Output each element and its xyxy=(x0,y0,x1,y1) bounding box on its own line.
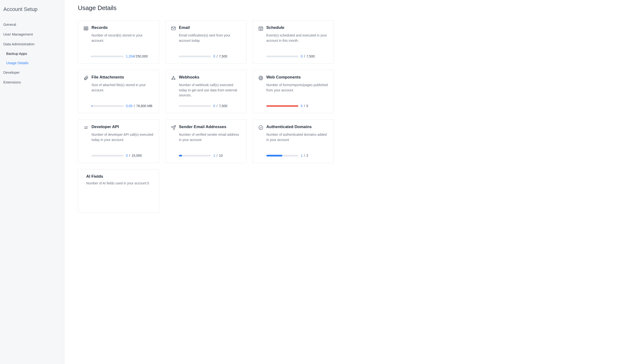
card-meter-row: 0 / 7,500 xyxy=(266,54,328,58)
usage-sep: / xyxy=(217,54,218,58)
progress-bar xyxy=(179,155,211,157)
sidebar-item-general[interactable]: General xyxy=(3,19,61,29)
card-title: Records xyxy=(91,25,108,30)
usage-limit: 10 xyxy=(219,154,223,158)
card-desc: Number of authenticated domains added in… xyxy=(266,132,328,149)
usage-sep: / xyxy=(134,104,135,108)
usage-value: 5 xyxy=(301,104,303,108)
card-desc: Email notification(s) sent from your acc… xyxy=(179,33,241,50)
progress-bar xyxy=(266,56,298,57)
card-meter-row: 0 / 7,500 xyxy=(179,104,241,108)
card-title: Webhooks xyxy=(179,75,199,80)
sidebar: Account Setup General User Management Da… xyxy=(0,0,65,364)
card-ai-fields: AI Fields Number of AI fields used in yo… xyxy=(78,169,159,213)
sidebar-subnav-data-administration: Backup Apps Usage Details xyxy=(3,49,61,67)
card-meter-row: 0 / 15,000 xyxy=(91,154,154,158)
paperclip-icon xyxy=(83,75,89,81)
progress-bar xyxy=(91,56,123,57)
card-title: Developer API xyxy=(91,125,119,129)
card-authenticated-domains: Authenticated Domains Number of authenti… xyxy=(253,120,334,163)
usage-value: 1,204 xyxy=(126,54,134,58)
usage-limit: 7,500 xyxy=(307,54,315,58)
sidebar-item-usage-details[interactable]: Usage Details xyxy=(6,58,61,67)
card-meter-row: 0 / 7,500 xyxy=(179,54,241,58)
card-webhooks: Webhooks Number of webhook call(s) execu… xyxy=(165,70,246,113)
card-records: Records Number of record(s) stored in yo… xyxy=(78,20,159,64)
card-web-components: Web Components Number of forms/reports/p… xyxy=(253,70,334,113)
usage-limit: 7,500 xyxy=(219,104,227,108)
usage-value: 0.09 xyxy=(126,104,132,108)
card-title: Web Components xyxy=(266,75,301,80)
card-desc: Event(s) scheduled and executed in your … xyxy=(266,33,328,50)
main-content: Usage Details Records Number of record(s… xyxy=(65,0,351,364)
paper-plane-icon xyxy=(171,125,176,130)
sidebar-title: Account Setup xyxy=(3,6,61,12)
card-meter-row: 1 / 10 xyxy=(179,154,241,158)
check-circle-icon xyxy=(258,125,263,130)
progress-bar xyxy=(266,155,298,157)
usage-value: 0 xyxy=(213,54,215,58)
card-desc: Size of attached file(s) stored in your … xyxy=(91,82,154,100)
card-title: Schedule xyxy=(266,25,284,30)
card-title: Authenticated Domains xyxy=(266,125,312,129)
sidebar-item-user-management[interactable]: User Management xyxy=(3,29,61,39)
progress-bar xyxy=(266,105,298,107)
card-title: AI Fields xyxy=(86,174,103,179)
usage-cards-grid: Records Number of record(s) stored in yo… xyxy=(78,20,338,213)
card-desc: Number of record(s) stored in your accou… xyxy=(91,33,154,50)
card-title: File Attachments xyxy=(91,75,124,80)
card-meter-row: 5 / 5 xyxy=(266,104,328,108)
progress-bar xyxy=(179,56,211,57)
usage-limit: 15,000 xyxy=(132,154,142,158)
usage-limit: 5 xyxy=(307,104,308,108)
sidebar-item-extensions[interactable]: Extensions xyxy=(3,77,61,87)
card-desc: Number of AI fields used in your account… xyxy=(86,181,154,207)
usage-limit: 250,000 xyxy=(136,54,148,58)
card-desc: Number of verified sender email address … xyxy=(179,132,241,149)
card-meter-row: 1 / 2 xyxy=(266,154,328,158)
globe-icon xyxy=(258,75,263,81)
webhook-icon xyxy=(171,75,176,81)
sidebar-item-developer[interactable]: Developer xyxy=(3,67,61,77)
card-sender-email: Sender Email Addresses Number of verifie… xyxy=(165,120,246,163)
usage-limit: 76,800 MB xyxy=(136,104,152,108)
card-schedule: 15 Schedule Event(s) scheduled and execu… xyxy=(253,20,334,64)
sidebar-item-backup-apps[interactable]: Backup Apps xyxy=(6,49,61,58)
svg-point-17 xyxy=(259,126,263,130)
card-developer-api: Developer API Number of developer API ca… xyxy=(78,120,159,163)
sidebar-nav: General User Management Data Administrat… xyxy=(3,19,61,87)
usage-limit: 7,500 xyxy=(219,54,227,58)
swap-icon xyxy=(83,125,89,130)
card-file-attachments: File Attachments Size of attached file(s… xyxy=(78,70,159,113)
card-desc: Number of forms/reports/pages published … xyxy=(266,82,328,100)
svg-text:15: 15 xyxy=(260,28,262,30)
svg-rect-0 xyxy=(84,27,88,30)
card-desc: Number of webhook call(s) executed today… xyxy=(179,82,241,100)
usage-sep: / xyxy=(304,104,305,108)
card-title: Email xyxy=(179,25,190,30)
envelope-icon xyxy=(171,26,176,31)
card-desc: Number of developer API call(s) executed… xyxy=(91,132,154,149)
usage-limit: 2 xyxy=(307,154,308,158)
svg-point-13 xyxy=(173,76,174,77)
usage-sep: / xyxy=(217,154,218,158)
card-meter-row: 0.09 / 76,800 MB xyxy=(91,104,154,108)
svg-point-11 xyxy=(172,79,173,80)
svg-point-12 xyxy=(174,79,175,80)
usage-value: 0 xyxy=(213,104,215,108)
table-icon xyxy=(83,26,89,31)
page-title: Usage Details xyxy=(78,4,338,12)
usage-sep: / xyxy=(304,54,305,58)
usage-value: 1 xyxy=(301,154,303,158)
progress-bar xyxy=(179,105,211,107)
usage-value: 0 xyxy=(301,54,303,58)
card-meter-row: 1,204/250,000 xyxy=(91,54,154,58)
card-email: Email Email notification(s) sent from yo… xyxy=(165,20,246,64)
progress-bar xyxy=(91,155,123,157)
usage-sep: / xyxy=(304,154,305,158)
sidebar-item-data-administration[interactable]: Data Administration xyxy=(3,39,61,49)
usage-value: 1 xyxy=(213,154,215,158)
calendar-icon: 15 xyxy=(258,26,263,31)
usage-value: 0 xyxy=(126,154,128,158)
usage-sep: / xyxy=(134,54,135,58)
